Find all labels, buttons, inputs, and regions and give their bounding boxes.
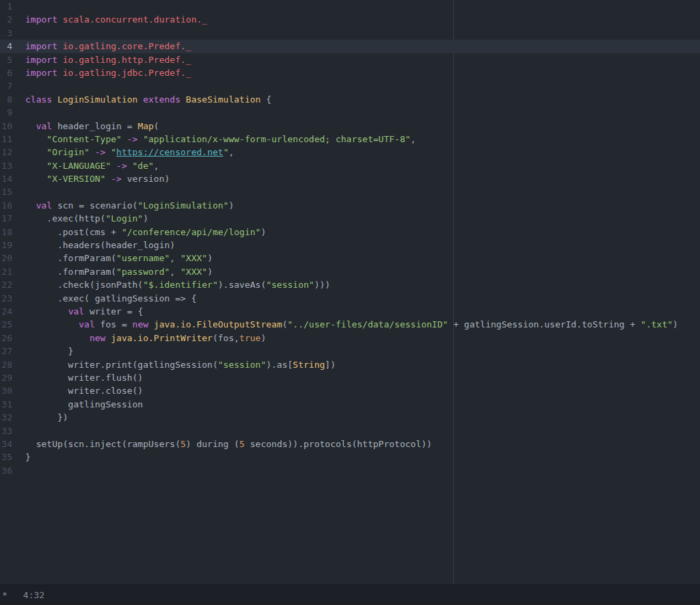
token: scala.concurrent.duration._ (63, 14, 207, 25)
line-number: 10 (0, 120, 12, 133)
code-area[interactable]: 12import scala.concurrent.duration._34im… (0, 0, 700, 477)
line-text (12, 0, 25, 13)
line-text: setUp(scn.inject(rampUsers(5) during (5 … (12, 438, 432, 451)
token: -> (111, 174, 122, 184)
code-line[interactable]: 6import io.gatling.jdbc.Predef._ (0, 66, 700, 79)
token: ).as[ (266, 360, 293, 370)
code-line[interactable]: 22 .check(jsonPath("$.identifier").saveA… (0, 278, 700, 291)
code-line[interactable]: 35} (0, 451, 700, 463)
token: ]) (325, 360, 336, 370)
token: scn = scenario( (52, 200, 137, 211)
token: new (90, 333, 105, 343)
line-number: 26 (0, 332, 12, 345)
line-number: 4 (0, 40, 12, 53)
line-text: "X-VERSION" -> version) (12, 172, 170, 185)
line-number: 35 (0, 451, 12, 463)
token: true (239, 333, 260, 343)
token: 5 (239, 439, 245, 449)
line-number: 8 (0, 93, 12, 106)
token: "username" (116, 253, 170, 263)
code-line[interactable]: 18 .post(cms + "/conference/api/me/login… (0, 226, 700, 239)
code-line[interactable]: 7 (0, 79, 700, 92)
line-text: writer.close() (12, 384, 143, 397)
code-editor[interactable]: 12import scala.concurrent.duration._34im… (0, 0, 700, 605)
code-line[interactable]: 31 gatlingSession (0, 398, 700, 411)
token: "$.identifier" (143, 280, 218, 290)
token: + gatlingSession.userId.toString + (448, 319, 641, 330)
line-number: 3 (0, 27, 12, 40)
token: import (25, 55, 57, 65)
line-number: 31 (0, 398, 12, 411)
line-text: new java.io.PrintWriter(fos,true) (12, 332, 266, 345)
code-line[interactable]: 23 .exec( gatlingSession => { (0, 292, 700, 305)
code-line[interactable]: 19 .headers(header_login) (0, 239, 700, 252)
code-line[interactable]: 26 new java.io.PrintWriter(fos,true) (0, 332, 700, 345)
token: ) (207, 253, 213, 263)
token: ))) (314, 280, 330, 290)
token: "password" (116, 267, 170, 277)
token: class (25, 94, 52, 105)
line-text: } (12, 451, 31, 463)
code-line[interactable]: 1 (0, 0, 700, 13)
line-text: .post(cms + "/conference/api/me/login") (12, 226, 266, 239)
code-line[interactable]: 15 (0, 185, 700, 198)
line-number: 34 (0, 438, 12, 451)
token (148, 319, 154, 330)
code-line[interactable]: 27 } (0, 345, 700, 358)
token: writer = { (84, 306, 143, 317)
line-number: 2 (0, 13, 12, 26)
token: "Origin" (46, 147, 90, 157)
code-line[interactable]: 4import io.gatling.core.Predef._ (0, 40, 700, 53)
token (127, 161, 133, 171)
token: "XXX" (180, 253, 207, 263)
line-text: }) (12, 411, 68, 424)
line-number: 27 (0, 345, 12, 358)
modified-indicator: * (2, 589, 8, 602)
line-number: 12 (0, 146, 12, 159)
line-number: 23 (0, 292, 12, 305)
line-text: .exec(http("Login") (12, 212, 148, 225)
token: .exec(http( (25, 213, 105, 224)
code-line[interactable]: 2import scala.concurrent.duration._ (0, 13, 700, 26)
line-text: .exec( gatlingSession => { (12, 292, 196, 305)
token: , (170, 267, 180, 277)
code-line[interactable]: 20 .formParam("username", "XXX") (0, 252, 700, 265)
token (180, 94, 186, 105)
code-line[interactable]: 9 (0, 106, 700, 119)
code-line[interactable]: 21 .formParam("password", "XXX") (0, 265, 700, 278)
code-line[interactable]: 32 }) (0, 411, 700, 424)
code-line[interactable]: 12 "Origin" -> "https://censored.net", (0, 146, 700, 159)
token (25, 319, 79, 330)
code-line[interactable]: 5import io.gatling.http.Predef._ (0, 53, 700, 66)
code-line[interactable]: 8class LoginSimulation extends BaseSimul… (0, 93, 700, 106)
code-line[interactable]: 17 .exec(http("Login") (0, 212, 700, 225)
code-line[interactable]: 11 "Content-Type" -> "application/x-www-… (0, 133, 700, 146)
token: "/conference/api/me/login" (122, 227, 261, 237)
line-text (12, 464, 25, 477)
code-line[interactable]: 33 (0, 425, 700, 438)
code-line[interactable]: 10 val header_login = Map( (0, 120, 700, 133)
token: setUp(scn.inject(rampUsers( (25, 439, 180, 449)
code-line[interactable]: 24 val writer = { (0, 305, 700, 318)
line-number: 15 (0, 185, 12, 198)
token: LoginSimulation (57, 94, 137, 105)
line-number: 7 (0, 79, 12, 92)
token: import (25, 41, 57, 51)
token: .check(jsonPath( (25, 280, 143, 290)
code-line[interactable]: 28 writer.print(gatlingSession("session"… (0, 358, 700, 371)
line-text: .formParam("password", "XXX") (12, 265, 213, 278)
token (90, 147, 95, 157)
token: "session" (218, 360, 266, 370)
code-line[interactable]: 16 val scn = scenario("LoginSimulation") (0, 199, 700, 212)
code-line[interactable]: 29 writer.flush() (0, 371, 700, 384)
code-line[interactable]: 25 val fos = new java.io.FileOutputStrea… (0, 318, 700, 331)
code-line[interactable]: 14 "X-VERSION" -> version) (0, 172, 700, 185)
token: "LoginSimulation" (137, 200, 228, 211)
token: .headers(header_login) (25, 240, 175, 250)
code-line[interactable]: 30 writer.close() (0, 384, 700, 397)
code-line[interactable]: 34 setUp(scn.inject(rampUsers(5) during … (0, 438, 700, 451)
code-line[interactable]: 3 (0, 27, 700, 40)
code-line[interactable]: 36 (0, 464, 700, 477)
code-line[interactable]: 13 "X-LANGUAGE" -> "de", (0, 159, 700, 172)
token (111, 161, 116, 171)
